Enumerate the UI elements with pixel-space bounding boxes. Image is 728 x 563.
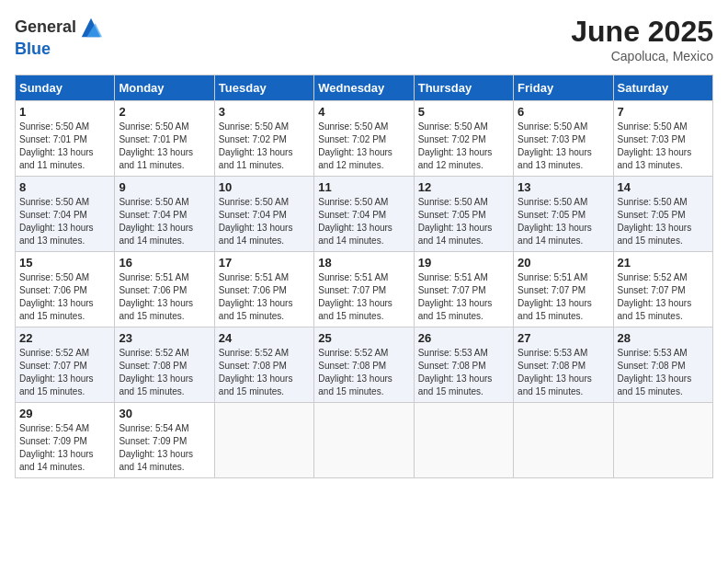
- calendar-cell: [514, 403, 613, 478]
- day-number: 21: [618, 256, 709, 270]
- day-number: 9: [119, 180, 210, 194]
- calendar-cell: 21 Sunrise: 5:52 AM Sunset: 7:07 PM Dayl…: [613, 252, 712, 327]
- day-info: Sunrise: 5:50 AM Sunset: 7:02 PM Dayligh…: [219, 121, 310, 172]
- day-info: Sunrise: 5:52 AM Sunset: 7:08 PM Dayligh…: [318, 347, 409, 398]
- day-info: Sunrise: 5:50 AM Sunset: 7:05 PM Dayligh…: [518, 196, 609, 247]
- day-info: Sunrise: 5:50 AM Sunset: 7:03 PM Dayligh…: [618, 121, 709, 172]
- day-info: Sunrise: 5:51 AM Sunset: 7:07 PM Dayligh…: [318, 271, 409, 323]
- day-number: 29: [19, 407, 110, 420]
- day-number: 18: [318, 256, 409, 270]
- day-info: Sunrise: 5:51 AM Sunset: 7:07 PM Dayligh…: [518, 271, 609, 323]
- logo-icon: [78, 15, 104, 40]
- header-monday: Monday: [115, 75, 214, 101]
- calendar-cell: 11 Sunrise: 5:50 AM Sunset: 7:04 PM Dayl…: [314, 177, 414, 252]
- day-info: Sunrise: 5:50 AM Sunset: 7:04 PM Dayligh…: [318, 196, 409, 247]
- calendar-cell: 22 Sunrise: 5:52 AM Sunset: 7:07 PM Dayl…: [16, 327, 115, 403]
- calendar-cell: 30 Sunrise: 5:54 AM Sunset: 7:09 PM Dayl…: [115, 403, 214, 478]
- calendar-cell: 2 Sunrise: 5:50 AM Sunset: 7:01 PM Dayli…: [115, 101, 214, 177]
- day-info: Sunrise: 5:51 AM Sunset: 7:06 PM Dayligh…: [219, 271, 310, 323]
- calendar-cell: 28 Sunrise: 5:53 AM Sunset: 7:08 PM Dayl…: [613, 327, 712, 403]
- day-info: Sunrise: 5:50 AM Sunset: 7:04 PM Dayligh…: [19, 196, 110, 247]
- calendar-cell: [214, 403, 313, 478]
- day-number: 16: [119, 256, 210, 270]
- logo: General Blue: [15, 15, 104, 59]
- day-number: 14: [618, 180, 709, 194]
- calendar-table: Sunday Monday Tuesday Wednesday Thursday…: [15, 75, 713, 478]
- calendar-cell: 3 Sunrise: 5:50 AM Sunset: 7:02 PM Dayli…: [214, 101, 313, 177]
- calendar-cell: 6 Sunrise: 5:50 AM Sunset: 7:03 PM Dayli…: [514, 101, 613, 177]
- day-number: 22: [19, 331, 110, 345]
- day-info: Sunrise: 5:50 AM Sunset: 7:04 PM Dayligh…: [119, 196, 210, 247]
- day-number: 17: [219, 256, 310, 270]
- day-number: 30: [119, 407, 210, 420]
- calendar-cell: 9 Sunrise: 5:50 AM Sunset: 7:04 PM Dayli…: [115, 177, 214, 252]
- calendar-cell: 18 Sunrise: 5:51 AM Sunset: 7:07 PM Dayl…: [314, 252, 414, 327]
- calendar-cell: 13 Sunrise: 5:50 AM Sunset: 7:05 PM Dayl…: [514, 177, 613, 252]
- calendar-cell: 12 Sunrise: 5:50 AM Sunset: 7:05 PM Dayl…: [414, 177, 513, 252]
- day-info: Sunrise: 5:53 AM Sunset: 7:08 PM Dayligh…: [618, 347, 709, 398]
- calendar-cell: 17 Sunrise: 5:51 AM Sunset: 7:06 PM Dayl…: [214, 252, 313, 327]
- calendar-week-5: 29 Sunrise: 5:54 AM Sunset: 7:09 PM Dayl…: [16, 403, 713, 478]
- day-info: Sunrise: 5:50 AM Sunset: 7:04 PM Dayligh…: [219, 196, 310, 247]
- calendar-title: June 2025: [571, 15, 713, 49]
- day-number: 26: [418, 331, 509, 345]
- calendar-cell: 27 Sunrise: 5:53 AM Sunset: 7:08 PM Dayl…: [514, 327, 613, 403]
- logo-general: General: [15, 18, 76, 37]
- day-number: 27: [518, 331, 609, 345]
- calendar-cell: 24 Sunrise: 5:52 AM Sunset: 7:08 PM Dayl…: [214, 327, 313, 403]
- day-number: 7: [618, 105, 709, 119]
- day-info: Sunrise: 5:54 AM Sunset: 7:09 PM Dayligh…: [19, 422, 110, 474]
- day-number: 10: [219, 180, 310, 194]
- day-number: 19: [418, 256, 509, 270]
- day-info: Sunrise: 5:50 AM Sunset: 7:01 PM Dayligh…: [119, 121, 210, 172]
- calendar-cell: 16 Sunrise: 5:51 AM Sunset: 7:06 PM Dayl…: [115, 252, 214, 327]
- header-tuesday: Tuesday: [214, 75, 313, 101]
- calendar-cell: 25 Sunrise: 5:52 AM Sunset: 7:08 PM Dayl…: [314, 327, 414, 403]
- day-info: Sunrise: 5:50 AM Sunset: 7:01 PM Dayligh…: [19, 121, 110, 172]
- day-info: Sunrise: 5:53 AM Sunset: 7:08 PM Dayligh…: [518, 347, 609, 398]
- calendar-week-2: 8 Sunrise: 5:50 AM Sunset: 7:04 PM Dayli…: [16, 177, 713, 252]
- calendar-cell: 1 Sunrise: 5:50 AM Sunset: 7:01 PM Dayli…: [16, 101, 115, 177]
- day-info: Sunrise: 5:50 AM Sunset: 7:03 PM Dayligh…: [518, 121, 609, 172]
- day-number: 15: [19, 256, 110, 270]
- header-sunday: Sunday: [16, 75, 115, 101]
- header-wednesday: Wednesday: [314, 75, 414, 101]
- header-saturday: Saturday: [613, 75, 712, 101]
- day-number: 12: [418, 180, 509, 194]
- calendar-week-1: 1 Sunrise: 5:50 AM Sunset: 7:01 PM Dayli…: [16, 101, 713, 177]
- day-info: Sunrise: 5:52 AM Sunset: 7:07 PM Dayligh…: [19, 347, 110, 398]
- day-info: Sunrise: 5:50 AM Sunset: 7:05 PM Dayligh…: [618, 196, 709, 247]
- day-info: Sunrise: 5:50 AM Sunset: 7:02 PM Dayligh…: [418, 121, 509, 172]
- day-number: 13: [518, 180, 609, 194]
- calendar-cell: 5 Sunrise: 5:50 AM Sunset: 7:02 PM Dayli…: [414, 101, 513, 177]
- day-info: Sunrise: 5:51 AM Sunset: 7:06 PM Dayligh…: [119, 271, 210, 323]
- calendar-cell: 20 Sunrise: 5:51 AM Sunset: 7:07 PM Dayl…: [514, 252, 613, 327]
- header-row: Sunday Monday Tuesday Wednesday Thursday…: [16, 75, 713, 101]
- calendar-cell: 8 Sunrise: 5:50 AM Sunset: 7:04 PM Dayli…: [16, 177, 115, 252]
- header: General Blue June 2025 Capoluca, Mexico: [15, 15, 713, 63]
- day-number: 6: [518, 105, 609, 119]
- calendar-cell: 14 Sunrise: 5:50 AM Sunset: 7:05 PM Dayl…: [613, 177, 712, 252]
- header-thursday: Thursday: [414, 75, 513, 101]
- calendar-cell: [414, 403, 513, 478]
- calendar-cell: 4 Sunrise: 5:50 AM Sunset: 7:02 PM Dayli…: [314, 101, 414, 177]
- calendar-cell: [314, 403, 414, 478]
- calendar-cell: 7 Sunrise: 5:50 AM Sunset: 7:03 PM Dayli…: [613, 101, 712, 177]
- day-number: 8: [19, 180, 110, 194]
- day-number: 24: [219, 331, 310, 345]
- calendar-week-3: 15 Sunrise: 5:50 AM Sunset: 7:06 PM Dayl…: [16, 252, 713, 327]
- day-number: 4: [318, 105, 409, 119]
- calendar-cell: 19 Sunrise: 5:51 AM Sunset: 7:07 PM Dayl…: [414, 252, 513, 327]
- day-info: Sunrise: 5:52 AM Sunset: 7:08 PM Dayligh…: [219, 347, 310, 398]
- day-info: Sunrise: 5:52 AM Sunset: 7:07 PM Dayligh…: [618, 271, 709, 323]
- calendar-cell: 15 Sunrise: 5:50 AM Sunset: 7:06 PM Dayl…: [16, 252, 115, 327]
- title-area: June 2025 Capoluca, Mexico: [571, 15, 713, 63]
- day-info: Sunrise: 5:50 AM Sunset: 7:02 PM Dayligh…: [318, 121, 409, 172]
- day-info: Sunrise: 5:50 AM Sunset: 7:05 PM Dayligh…: [418, 196, 509, 247]
- day-number: 20: [518, 256, 609, 270]
- calendar-cell: [613, 403, 712, 478]
- day-number: 2: [119, 105, 210, 119]
- calendar-cell: 23 Sunrise: 5:52 AM Sunset: 7:08 PM Dayl…: [115, 327, 214, 403]
- day-number: 11: [318, 180, 409, 194]
- day-info: Sunrise: 5:52 AM Sunset: 7:08 PM Dayligh…: [119, 347, 210, 398]
